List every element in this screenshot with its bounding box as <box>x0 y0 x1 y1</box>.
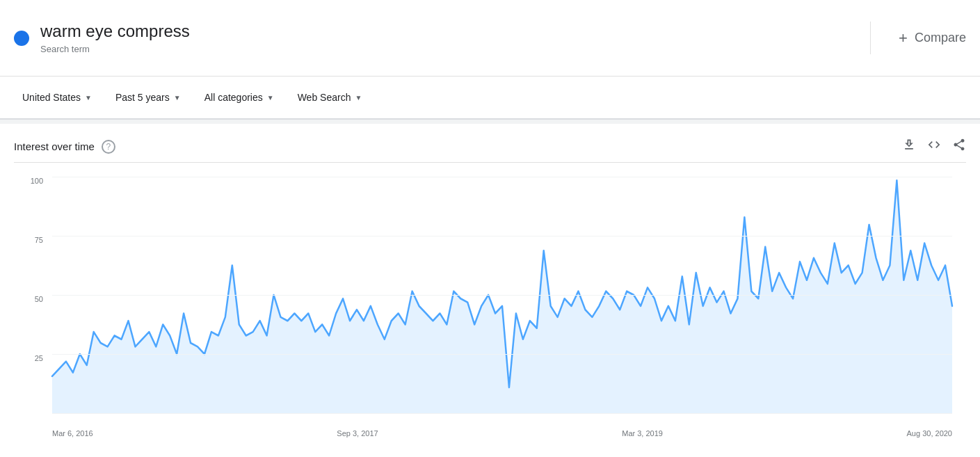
search-type-dropdown-arrow: ▼ <box>355 94 362 102</box>
search-type-label: Web Search <box>298 92 351 103</box>
compare-button[interactable]: + Compare <box>871 29 966 47</box>
search-type-filter[interactable]: Web Search ▼ <box>289 86 371 109</box>
help-icon[interactable]: ? <box>102 140 115 154</box>
grid-line-25 <box>52 354 952 355</box>
search-term-type: Search term <box>40 44 190 54</box>
chart-title: Interest over time <box>14 141 95 152</box>
region-label: United States <box>22 92 81 103</box>
y-label-75: 75 <box>35 236 43 244</box>
search-term-name: warm eye compress <box>40 22 190 41</box>
x-label-1: Mar 6, 2016 <box>52 429 93 438</box>
time-range-filter[interactable]: Past 5 years ▼ <box>107 86 189 109</box>
categories-dropdown-arrow: ▼ <box>267 94 274 102</box>
categories-label: All categories <box>204 92 263 103</box>
filters-bar: United States ▼ Past 5 years ▼ All categ… <box>0 77 980 120</box>
chart-inner <box>52 177 952 413</box>
share-button[interactable] <box>952 138 966 155</box>
x-label-3: Mar 3, 2019 <box>622 429 663 438</box>
header: warm eye compress Search term + Compare <box>0 0 980 77</box>
grid-lines <box>52 177 952 413</box>
x-axis-labels: Mar 6, 2016 Sep 3, 2017 Mar 3, 2019 Aug … <box>52 429 952 438</box>
grid-line-100 <box>52 177 952 177</box>
region-dropdown-arrow: ▼ <box>85 94 92 102</box>
y-axis-labels: 100 75 50 25 <box>14 177 49 413</box>
chart-header: Interest over time ? <box>14 138 966 155</box>
grid-line-75 <box>52 236 952 236</box>
y-label-25: 25 <box>35 354 43 362</box>
search-term-area: warm eye compress Search term <box>14 22 871 54</box>
region-filter[interactable]: United States ▼ <box>14 86 100 109</box>
grid-line-0 <box>52 413 952 414</box>
chart-title-area: Interest over time ? <box>14 140 115 154</box>
y-label-50: 50 <box>35 295 43 303</box>
chart-section: Interest over time ? 100 75 50 25 <box>0 124 980 441</box>
download-button[interactable] <box>902 138 916 155</box>
term-color-indicator <box>14 31 29 46</box>
chart-actions <box>902 138 966 155</box>
term-text: warm eye compress Search term <box>40 22 190 54</box>
grid-line-50 <box>52 295 952 296</box>
time-range-label: Past 5 years <box>115 92 170 103</box>
y-label-100: 100 <box>31 177 43 185</box>
compare-label: Compare <box>915 31 966 45</box>
x-label-4: Aug 30, 2020 <box>907 429 952 438</box>
embed-button[interactable] <box>927 138 941 155</box>
time-range-dropdown-arrow: ▼ <box>174 94 181 102</box>
chart-container: 100 75 50 25 <box>14 163 966 441</box>
categories-filter[interactable]: All categories ▼ <box>196 86 282 109</box>
compare-plus-icon: + <box>899 29 908 47</box>
x-label-2: Sep 3, 2017 <box>337 429 378 438</box>
